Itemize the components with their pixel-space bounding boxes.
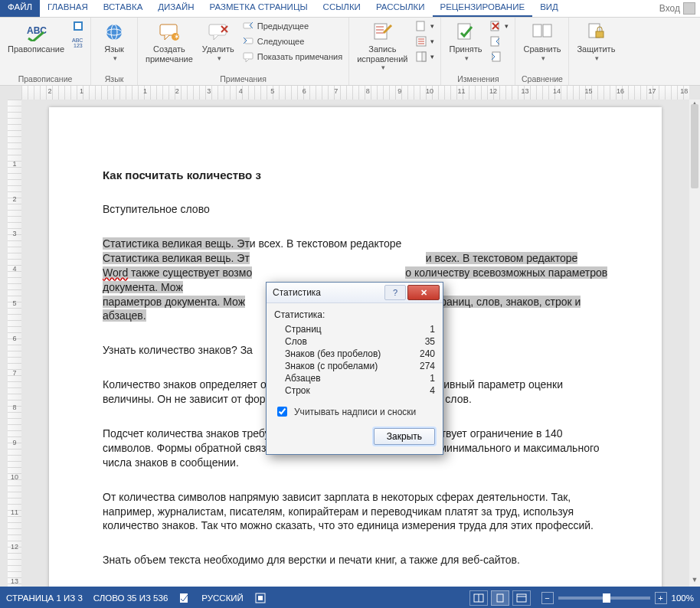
status-page[interactable]: СТРАНИЦА 1 ИЗ 3	[6, 593, 83, 603]
zoom-value[interactable]: 100%	[672, 593, 694, 603]
book-icon	[72, 20, 84, 32]
next-change-icon	[489, 51, 502, 63]
ruler-h-tick: 1	[54, 87, 86, 95]
ruler-v-tick: 13	[8, 551, 21, 586]
login-button[interactable]: Вход	[655, 0, 700, 17]
include-textboxes-input[interactable]	[277, 407, 287, 417]
status-bar: СТРАНИЦА 1 ИЗ 3 СЛОВО 35 ИЗ 536 РУССКИЙ …	[0, 587, 700, 608]
tab-design[interactable]: ДИЗАЙН	[150, 0, 201, 17]
group-language-label: Язык	[96, 74, 132, 85]
wordcount-icon: ABC123	[72, 35, 84, 47]
help-icon: ?	[393, 288, 397, 297]
scroll-thumb[interactable]	[691, 104, 698, 188]
include-textboxes-checkbox[interactable]: Учитывать надписи и сноски	[274, 404, 435, 419]
doc-heading: Как посчитать количество з	[103, 168, 608, 181]
new-comment-icon: ✶	[159, 21, 180, 43]
group-protect: Защитить	[569, 18, 623, 85]
thesaurus-button[interactable]	[70, 19, 86, 33]
wordcount-button[interactable]: ABC123	[70, 34, 86, 48]
zoom-slider[interactable]	[558, 597, 650, 600]
prev-change-icon	[489, 35, 502, 47]
delete-comment-label: Удалить	[202, 44, 234, 54]
view-print-button[interactable]	[491, 590, 509, 606]
track-changes-button[interactable]: Запись исправлений	[354, 19, 411, 74]
dialog-titlebar[interactable]: Статистика ? ✕	[267, 283, 443, 303]
ruler-v-tick: 10	[8, 447, 21, 482]
scroll-down-icon[interactable]: ▼	[689, 576, 700, 587]
spelling-button[interactable]: ABC Правописание	[5, 19, 67, 57]
ruler-vertical[interactable]: 12345678910111213	[8, 100, 22, 587]
stat-value: 1	[430, 373, 435, 384]
ruler-h-tick: 7	[308, 87, 340, 95]
zoom-slider-thumb[interactable]	[603, 593, 610, 603]
ruler-v-tick: 9	[8, 413, 21, 447]
tab-view[interactable]: ВИД	[532, 0, 566, 17]
protect-button[interactable]: Защитить	[574, 19, 618, 64]
group-proofing-label: Правописание	[5, 74, 86, 85]
tab-review[interactable]: РЕЦЕНЗИРОВАНИЕ	[433, 0, 533, 17]
ruler-h-tick: 15	[562, 87, 594, 95]
next-comment-button[interactable]: Следующее	[240, 34, 344, 48]
tab-layout[interactable]: РАЗМЕТКА СТРАНИЦЫ	[202, 0, 316, 17]
dialog-section-label: Статистика:	[274, 309, 435, 320]
ruler-v-tick: 11	[8, 482, 21, 517]
vertical-scrollbar[interactable]: ▲ ▼	[689, 100, 700, 587]
show-comments-icon	[242, 51, 254, 63]
tab-mailings[interactable]: РАССЫЛКИ	[368, 0, 433, 17]
accept-button[interactable]: Принять	[446, 19, 485, 64]
reviewing-pane-button[interactable]: ▾	[414, 50, 436, 64]
status-proofing[interactable]	[178, 592, 191, 604]
group-comments: ✶ Создать примечание Удалить Предыдущее …	[138, 18, 349, 85]
status-language[interactable]: РУССКИЙ	[201, 593, 244, 603]
stat-row: Строк4	[274, 384, 435, 397]
show-comments-label: Показать примечания	[257, 52, 342, 61]
group-protect-label	[574, 83, 618, 85]
ruler-v-tick: 4	[8, 239, 21, 273]
show-comments-button[interactable]: Показать примечания	[240, 50, 344, 64]
show-markup-button[interactable]: ▾	[414, 34, 436, 48]
svg-text:ABC: ABC	[27, 25, 47, 36]
svg-text:✶: ✶	[173, 33, 179, 41]
svg-rect-34	[517, 594, 526, 602]
tab-references[interactable]: ССЫЛКИ	[316, 0, 368, 17]
delete-comment-button[interactable]: Удалить	[199, 19, 237, 64]
ruler-horizontal[interactable]: 21123456789101112131415161718	[21, 86, 689, 100]
reject-button[interactable]: ▾	[488, 19, 510, 33]
prev-icon	[242, 20, 254, 32]
ruler-v-tick: 7	[8, 343, 21, 378]
view-web-button[interactable]	[512, 590, 531, 606]
display-for-review-button[interactable]: ▾	[414, 19, 436, 33]
tab-insert[interactable]: ВСТАВКА	[96, 0, 151, 17]
dialog-help-button[interactable]: ?	[384, 285, 406, 300]
dialog-close-ok-button[interactable]: Закрыть	[374, 428, 435, 445]
svg-rect-30	[258, 596, 263, 600]
prev-change-button[interactable]	[488, 34, 510, 48]
view-read-button[interactable]	[469, 590, 488, 606]
language-button[interactable]: Язык	[96, 19, 132, 64]
prev-comment-button[interactable]: Предыдущее	[240, 19, 344, 33]
tab-home[interactable]: ГЛАВНАЯ	[40, 0, 96, 17]
zoom-in-button[interactable]: +	[655, 592, 667, 604]
group-comments-label: Примечания	[142, 74, 344, 85]
ruler-h-tick: 2	[21, 87, 54, 95]
prev-comment-label: Предыдущее	[257, 21, 309, 31]
dialog-close-button[interactable]: ✕	[407, 285, 440, 300]
ruler-h-tick: 10	[403, 87, 435, 95]
group-changes: Принять ▾ Изменения	[441, 18, 515, 85]
zoom-out-button[interactable]: −	[541, 592, 554, 604]
macro-icon	[254, 592, 267, 604]
tab-file[interactable]: ФАЙЛ	[0, 0, 40, 17]
stat-key: Знаков (без пробелов)	[285, 348, 381, 359]
spelling-label: Правописание	[8, 44, 64, 54]
status-macro[interactable]	[254, 592, 267, 604]
next-change-button[interactable]	[488, 50, 510, 64]
status-words[interactable]: СЛОВО 35 ИЗ 536	[93, 593, 168, 603]
compare-button[interactable]: Сравнить	[520, 19, 564, 64]
reject-icon	[489, 20, 502, 32]
dialog-title: Статистика	[273, 287, 384, 298]
doc-paragraph-5: От количества символов напрямую зависит …	[103, 490, 608, 534]
new-comment-button[interactable]: ✶ Создать примечание	[142, 19, 196, 66]
ruler-h-tick: 5	[244, 87, 276, 95]
ruler-v-tick: 6	[8, 309, 21, 343]
svg-rect-25	[543, 25, 551, 37]
